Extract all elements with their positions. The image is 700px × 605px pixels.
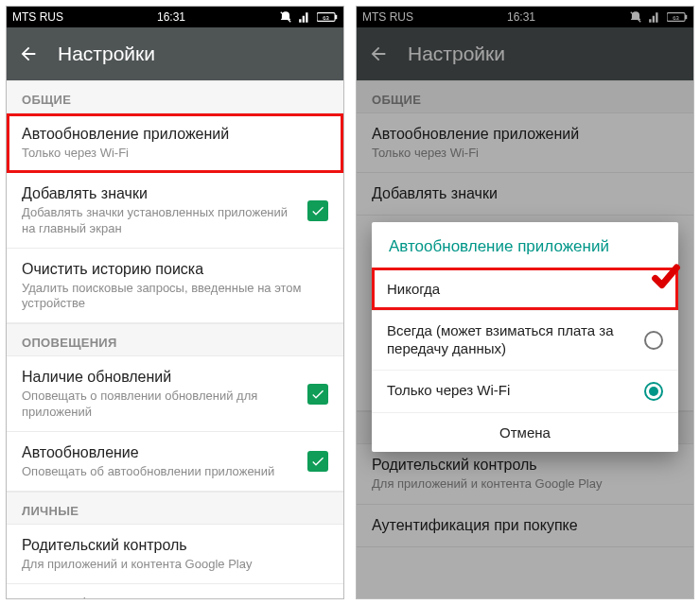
svg-rect-2: [335, 15, 337, 19]
section-personal: ЛИЧНЫЕ: [7, 492, 343, 525]
clock-label: 16:31: [157, 10, 185, 24]
checkbox-checked-icon[interactable]: [307, 384, 328, 405]
item-title: Автообновление приложений: [22, 125, 328, 144]
radio-checked-icon[interactable]: [644, 382, 663, 401]
section-notifications: ОПОВЕЩЕНИЯ: [7, 323, 343, 356]
checkbox-checked-icon[interactable]: [307, 451, 328, 472]
section-general: ОБЩИЕ: [7, 80, 343, 113]
item-title: Очистить историю поиска: [22, 260, 328, 279]
item-clear-history[interactable]: Очистить историю поиска Удалить поисковы…: [7, 249, 343, 324]
dialog-title: Автообновление приложений: [372, 222, 678, 268]
cancel-button[interactable]: Отмена: [372, 412, 678, 452]
item-add-icons[interactable]: Добавлять значки Добавлять значки устано…: [7, 173, 343, 249]
back-icon[interactable]: [18, 43, 39, 64]
status-bar: MTS RUS 16:31 63: [7, 7, 343, 27]
option-never[interactable]: Никогда: [372, 268, 678, 310]
item-subtitle: Добавлять значки установленных приложени…: [22, 205, 298, 236]
item-title: Наличие обновлений: [22, 368, 298, 387]
item-subtitle: Удалить поисковые запросы, введенные на …: [22, 281, 328, 312]
option-wifi[interactable]: Только через Wi-Fi: [372, 370, 678, 412]
checkbox-checked-icon[interactable]: [307, 200, 328, 221]
page-title: Настройки: [58, 43, 155, 65]
item-subtitle: Для приложений и контента Google Play: [22, 557, 328, 572]
mute-icon: [279, 10, 292, 24]
phone-right: MTS RUS 16:31 63 Настройки ОБЩИЕ Автообн…: [356, 6, 694, 599]
autoupdate-dialog: Автообновление приложений Никогда Всегда…: [372, 222, 678, 452]
item-parental-control[interactable]: Родительский контроль Для приложений и к…: [7, 525, 343, 584]
option-label: Только через Wi-Fi: [387, 382, 633, 400]
item-purchase-auth[interactable]: Аутентификация при покупке: [7, 584, 343, 598]
item-autoupdate-notify[interactable]: Автообновление Оповещать об автообновлен…: [7, 432, 343, 492]
option-label: Никогда: [387, 281, 633, 299]
item-title: Аутентификация при покупке: [22, 596, 328, 598]
app-bar: Настройки: [7, 27, 343, 80]
item-title: Родительский контроль: [22, 536, 328, 555]
radio-unchecked-icon[interactable]: [644, 331, 663, 350]
battery-icon: 63: [317, 11, 338, 23]
item-title: Автообновление: [22, 443, 298, 462]
item-updates-available[interactable]: Наличие обновлений Оповещать о появлении…: [7, 356, 343, 432]
cancel-label: Отмена: [499, 424, 551, 441]
signal-icon: [298, 10, 311, 24]
item-subtitle: Только через Wi-Fi: [22, 146, 328, 161]
item-autoupdate-apps[interactable]: Автообновление приложений Только через W…: [7, 113, 343, 173]
battery-text: 63: [323, 15, 329, 21]
settings-list: ОБЩИЕ Автообновление приложений Только ч…: [7, 80, 343, 598]
item-subtitle: Оповещать о появлении обновлений для при…: [22, 389, 298, 420]
item-subtitle: Оповещать об автообновлении приложений: [22, 464, 298, 479]
phone-left: MTS RUS 16:31 63 Настройки ОБЩИЕ Автообн…: [6, 6, 344, 599]
item-title: Добавлять значки: [22, 184, 298, 203]
option-label: Всегда (может взиматься плата за передач…: [387, 322, 633, 358]
carrier-label: MTS RUS: [12, 10, 63, 24]
option-always[interactable]: Всегда (может взиматься плата за передач…: [372, 310, 678, 370]
